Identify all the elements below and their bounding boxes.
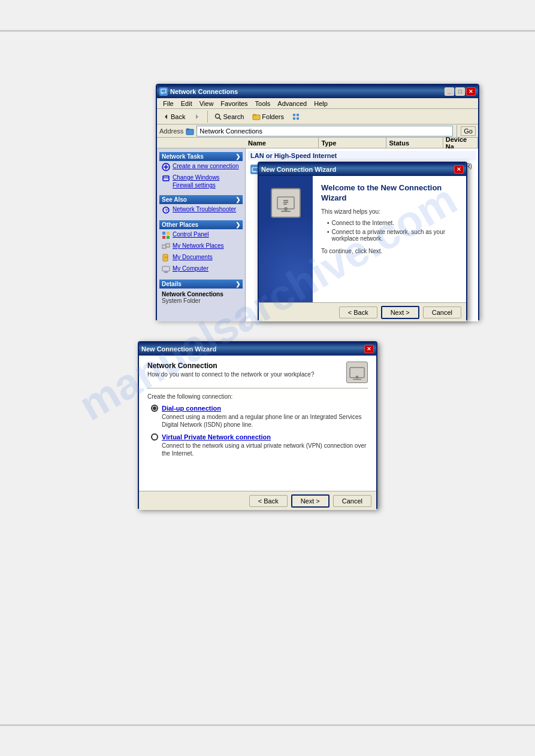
- back-label: Back: [171, 113, 185, 120]
- wizard2-radio-group: Dial-up connection Connect using a modem…: [147, 405, 368, 457]
- wizard1-left-panel: [259, 176, 313, 302]
- wizard1-close[interactable]: ✕: [454, 165, 464, 174]
- wizard1-buttons: < Back Next > Cancel: [259, 302, 466, 321]
- svg-rect-10: [293, 117, 295, 120]
- wizard2-next-button[interactable]: Next >: [291, 494, 330, 508]
- search-icon: [214, 113, 222, 120]
- menu-advanced[interactable]: Advanced: [274, 99, 310, 108]
- svg-rect-30: [162, 266, 170, 271]
- firewall-icon: [162, 174, 170, 183]
- menu-tools[interactable]: Tools: [252, 99, 274, 108]
- top-border: [0, 30, 535, 32]
- wizard2-cancel-button[interactable]: Cancel: [333, 495, 371, 507]
- see-also-header[interactable]: See Also ❯: [159, 195, 243, 204]
- menu-file[interactable]: File: [159, 99, 177, 108]
- svg-point-34: [255, 171, 256, 172]
- back-button[interactable]: Back: [159, 112, 188, 122]
- wizard1-heading: Welcome to the New Connection Wizard: [321, 183, 458, 204]
- other-places-header[interactable]: Other Places ❯: [159, 220, 243, 229]
- dialup-radio-filled: [153, 406, 156, 410]
- network-troubleshooter-item[interactable]: ? Network Troubleshooter: [159, 204, 243, 215]
- new-connection-wizard-1: New Connection Wizard ✕: [258, 162, 467, 320]
- col-status: Status: [386, 138, 443, 148]
- control-panel-item[interactable]: Control Panel: [159, 229, 243, 241]
- wizard2-header-row: Network Connection How do you want to co…: [147, 362, 368, 383]
- svg-rect-43: [353, 379, 361, 380]
- details-section: Details ❯ Network Connections System Fol…: [159, 280, 243, 306]
- dialup-label-row: Dial-up connection: [151, 405, 368, 412]
- wizard1-right-panel: Welcome to the New Connection Wizard Thi…: [313, 176, 466, 302]
- dialup-option: Dial-up connection Connect using a modem…: [151, 405, 368, 429]
- svg-rect-9: [297, 114, 299, 116]
- dialup-desc: Connect using a modem and a regular phon…: [151, 413, 368, 429]
- folders-button[interactable]: Folders: [249, 112, 287, 122]
- vpn-radio[interactable]: [151, 433, 158, 441]
- address-input[interactable]: Network Connections: [197, 126, 453, 136]
- svg-rect-0: [161, 89, 166, 93]
- wizard1-next-button[interactable]: Next >: [381, 306, 419, 319]
- views-button[interactable]: [289, 112, 304, 122]
- svg-point-33: [253, 171, 255, 172]
- back-icon: [162, 113, 170, 120]
- address-value: Network Connections: [200, 127, 262, 135]
- maximize-button[interactable]: □: [455, 87, 465, 96]
- dialup-radio[interactable]: [151, 405, 158, 412]
- views-icon: [292, 113, 301, 120]
- folders-label: Folders: [262, 113, 284, 120]
- svg-rect-27: [163, 254, 168, 261]
- wizard2-close[interactable]: ✕: [364, 345, 374, 353]
- svg-rect-31: [164, 272, 168, 273]
- toolbar-separator: [207, 111, 208, 123]
- close-button[interactable]: ✕: [466, 87, 476, 96]
- wizard1-body: Welcome to the New Connection Wizard Thi…: [259, 176, 466, 302]
- address-icon: [186, 127, 194, 135]
- svg-rect-26: [166, 244, 170, 247]
- bottom-border: [0, 724, 535, 726]
- my-computer-icon: [162, 265, 170, 274]
- svg-rect-22: [167, 232, 170, 235]
- svg-rect-25: [162, 245, 166, 248]
- wizard2-label: Create the following connection:: [147, 393, 368, 400]
- other-places-section: Other Places ❯ Control Panel My Network …: [159, 220, 243, 275]
- addr-sep: [457, 125, 457, 137]
- category-header: LAN or High-Speed Internet: [248, 151, 476, 160]
- go-button[interactable]: Go: [461, 126, 476, 136]
- svg-rect-37: [281, 211, 291, 212]
- my-network-icon: [162, 242, 170, 251]
- search-label: Search: [223, 113, 244, 120]
- column-headers: Name Type Status Device Na: [157, 138, 478, 148]
- window-controls: _ □ ✕: [445, 87, 476, 96]
- wizard1-controls: ✕: [454, 165, 464, 174]
- menu-bar: File Edit View Favorites Tools Advanced …: [157, 98, 478, 109]
- new-connection-wizard-2: New Connection Wizard ✕ Network Connecti…: [138, 341, 377, 509]
- menu-view[interactable]: View: [196, 99, 217, 108]
- wizard1-title: New Connection Wizard: [261, 166, 454, 173]
- wizard2-back-button[interactable]: < Back: [249, 495, 288, 507]
- wizard1-continue: To continue, click Next.: [321, 248, 458, 254]
- svg-rect-24: [167, 236, 170, 239]
- forward-button[interactable]: [191, 112, 204, 122]
- my-computer-item[interactable]: My Computer: [159, 263, 243, 275]
- create-connection-item[interactable]: Create a new connection: [159, 161, 243, 172]
- menu-help[interactable]: Help: [310, 99, 331, 108]
- network-tasks-header[interactable]: Network Tasks ❯: [159, 152, 243, 161]
- search-button[interactable]: Search: [211, 112, 247, 122]
- menu-favorites[interactable]: Favorites: [217, 99, 251, 108]
- dialup-title: Dial-up connection: [162, 405, 221, 412]
- my-network-places-item[interactable]: My Network Places: [159, 241, 243, 252]
- svg-rect-21: [162, 232, 165, 235]
- menu-edit[interactable]: Edit: [177, 99, 196, 108]
- details-header[interactable]: Details ❯: [159, 280, 243, 289]
- toolbar: Back Search Folders: [157, 109, 478, 125]
- firewall-settings-item[interactable]: Change Windows Firewall settings: [159, 172, 243, 190]
- svg-point-42: [356, 376, 359, 379]
- wizard1-cancel-button[interactable]: Cancel: [423, 306, 461, 318]
- nc-title-text: Network Connections: [170, 88, 445, 95]
- see-also-section: See Also ❯ ? Network Troubleshooter: [159, 195, 243, 215]
- troubleshooter-icon: ?: [162, 206, 170, 214]
- wizard2-header-sub: How do you want to connect to the networ…: [147, 371, 314, 378]
- minimize-button[interactable]: _: [445, 87, 454, 96]
- wizard1-back-button[interactable]: < Back: [339, 306, 377, 318]
- svg-rect-8: [293, 114, 295, 116]
- my-documents-item[interactable]: My Documents: [159, 252, 243, 263]
